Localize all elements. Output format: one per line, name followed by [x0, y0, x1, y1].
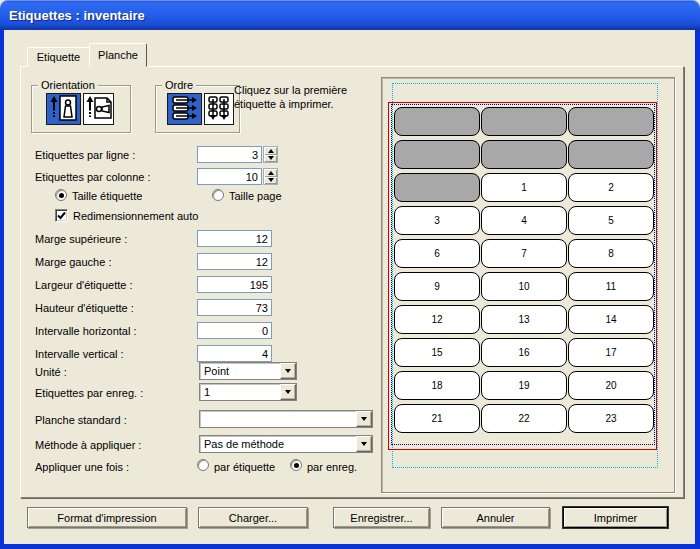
label-cell[interactable] — [568, 140, 654, 169]
print-button-label: Imprimer — [594, 512, 637, 524]
cancel-button[interactable]: Annuler — [441, 507, 550, 528]
order-group-label: Ordre — [162, 79, 196, 91]
label-cell[interactable] — [481, 107, 567, 136]
label-cell[interactable] — [394, 173, 480, 202]
unit-dropdown-button[interactable] — [280, 363, 296, 379]
label-cell[interactable]: 16 — [481, 338, 567, 367]
method-label: Méthode à appliquer : — [35, 439, 141, 451]
label-cell[interactable] — [394, 107, 480, 136]
size-page-radio-label: Taille page — [229, 190, 282, 202]
label-height-input[interactable] — [197, 299, 272, 316]
per-line-input[interactable] — [197, 146, 262, 163]
method-dropdown[interactable]: Pas de méthode — [199, 435, 373, 453]
label-cell[interactable]: 2 — [568, 173, 654, 202]
label-grid: 1234567891011121314151617181920212223 — [394, 107, 654, 433]
per-line-spin-up-button[interactable] — [264, 147, 277, 155]
label-cell[interactable]: 13 — [481, 305, 567, 334]
per-column-input[interactable] — [197, 168, 262, 185]
label-cell[interactable]: 17 — [568, 338, 654, 367]
h-gap-label: Intervalle horizontal : — [35, 325, 137, 337]
per-line-label: Etiquettes par ligne : — [35, 149, 135, 161]
label-cell[interactable]: 22 — [481, 404, 567, 433]
tab-planche[interactable]: Planche — [89, 43, 147, 67]
margin-top-input[interactable] — [197, 230, 272, 247]
print-button[interactable]: Imprimer — [563, 507, 668, 528]
label-cell[interactable]: 14 — [568, 305, 654, 334]
per-column-spin-down-button[interactable] — [264, 177, 277, 185]
label-cell[interactable] — [394, 140, 480, 169]
save-button[interactable]: Enregistrer... — [333, 507, 430, 528]
standard-sheet-dropdown[interactable] — [199, 410, 373, 428]
v-gap-input[interactable] — [197, 345, 272, 362]
orientation-portrait-button[interactable] — [46, 93, 81, 125]
portrait-orientation-icon — [50, 95, 78, 123]
margin-top-field-wrap — [197, 230, 272, 247]
label-height-label: Hauteur d'étiquette : — [35, 302, 134, 314]
label-cell[interactable]: 8 — [568, 239, 654, 268]
apply-per-record-radio[interactable] — [290, 459, 302, 471]
tab-planche-label: Planche — [98, 49, 138, 61]
dropdown-arrow-icon — [285, 390, 291, 394]
spinner-down-icon — [268, 178, 274, 182]
label-cell[interactable]: 18 — [394, 371, 480, 400]
label-cell[interactable]: 15 — [394, 338, 480, 367]
size-page-radio[interactable] — [212, 189, 224, 201]
v-gap-field-wrap — [197, 345, 272, 362]
load-button[interactable]: Charger... — [198, 507, 308, 528]
label-cell[interactable]: 19 — [481, 371, 567, 400]
per-column-spin-up-button[interactable] — [264, 169, 277, 177]
label-cell[interactable]: 11 — [568, 272, 654, 301]
spinner-up-icon — [268, 149, 274, 153]
tab-etiquette-label: Etiquette — [37, 51, 80, 63]
label-cell[interactable] — [568, 107, 654, 136]
label-cell[interactable]: 1 — [481, 173, 567, 202]
label-cell[interactable] — [481, 140, 567, 169]
horizontal-order-icon — [171, 95, 199, 123]
tab-etiquette[interactable]: Etiquette — [27, 47, 90, 67]
per-record-dropdown[interactable]: 1 — [199, 383, 297, 401]
method-dropdown-value: Pas de méthode — [200, 436, 356, 452]
label-cell[interactable]: 7 — [481, 239, 567, 268]
label-width-input[interactable] — [197, 276, 272, 293]
load-button-label: Charger... — [229, 512, 277, 524]
print-format-button[interactable]: Format d'impression — [27, 507, 187, 528]
margin-left-input[interactable] — [197, 253, 272, 270]
v-gap-label: Intervalle vertical : — [35, 348, 124, 360]
window-border-bottom — [0, 544, 700, 549]
dialog-window: Etiquettes : inventaire Etiquette Planch… — [0, 0, 700, 549]
auto-resize-checkbox[interactable] — [55, 209, 68, 222]
orientation-landscape-button[interactable] — [83, 93, 114, 125]
unit-label: Unité : — [35, 366, 67, 378]
label-cell[interactable]: 6 — [394, 239, 480, 268]
label-cell[interactable]: 20 — [568, 371, 654, 400]
label-cell[interactable]: 3 — [394, 206, 480, 235]
dropdown-arrow-icon — [361, 442, 367, 446]
label-cell[interactable]: 4 — [481, 206, 567, 235]
label-width-label: Largeur d'étiquette : — [35, 279, 133, 291]
apply-per-label-radio-label: par étiquette — [214, 461, 275, 473]
h-gap-input[interactable] — [197, 322, 272, 339]
per-line-spin-down-button[interactable] — [264, 155, 277, 163]
dropdown-arrow-icon — [285, 369, 291, 373]
per-line-field-wrap — [197, 146, 262, 163]
save-button-label: Enregistrer... — [350, 512, 412, 524]
label-cell[interactable]: 23 — [568, 404, 654, 433]
method-dropdown-button[interactable] — [356, 436, 372, 452]
vertical-order-icon — [207, 95, 231, 123]
per-record-dropdown-button[interactable] — [280, 384, 296, 400]
standard-sheet-label: Planche standard : — [35, 414, 127, 426]
per-column-field-wrap — [197, 168, 262, 185]
order-vertical-button[interactable] — [204, 93, 234, 125]
order-horizontal-button[interactable] — [167, 93, 202, 125]
label-cell[interactable]: 9 — [394, 272, 480, 301]
label-cell[interactable]: 21 — [394, 404, 480, 433]
dropdown-arrow-icon — [361, 417, 367, 421]
label-cell[interactable]: 12 — [394, 305, 480, 334]
size-label-radio[interactable] — [55, 189, 67, 201]
standard-sheet-dropdown-button[interactable] — [356, 411, 372, 427]
label-cell[interactable]: 5 — [568, 206, 654, 235]
apply-per-label-radio[interactable] — [197, 459, 209, 471]
title-bar[interactable]: Etiquettes : inventaire — [0, 0, 700, 30]
unit-dropdown[interactable]: Point — [199, 362, 297, 380]
label-cell[interactable]: 10 — [481, 272, 567, 301]
